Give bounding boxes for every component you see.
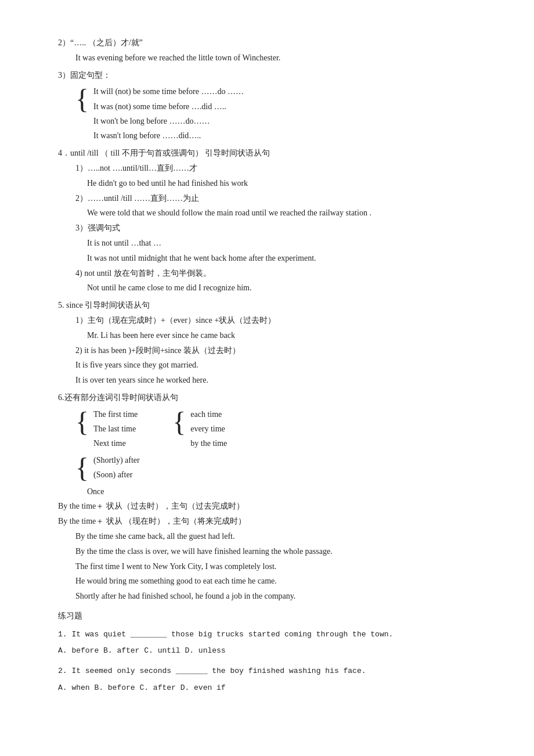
right-line-2: every time — [190, 422, 227, 436]
left-line-3: Next time — [93, 436, 138, 451]
s4-3-title: 3）强调句式 — [58, 221, 488, 235]
s4-4-title: 4) not until 放在句首时，主句半倒装。 — [58, 267, 488, 280]
s4-3-example: It was not until midnight that he went b… — [58, 251, 488, 265]
section2-example: It was evening before we reached the lit… — [58, 51, 488, 65]
s4-2-title: 2）……until /till ……直到……为止 — [58, 192, 488, 206]
bracket-line-3: It won't be long before ……do…… — [93, 114, 244, 128]
bracket-line-4: It wasn't long before ……did….. — [93, 128, 244, 143]
section-5: 5. since 引导时间状语从句 1）主句（现在完成时）+（ever）sinc… — [58, 298, 488, 387]
bracket-right-col: { each time every time by the time — [172, 407, 227, 451]
bracket-lines-1: It will (not) be some time before ……do …… — [93, 84, 244, 143]
page-content: 2）“….. （之后）才/就” It was evening before we… — [58, 36, 488, 696]
left-bracket-1: { — [75, 85, 89, 113]
s4-4-example: Not until he came close to me did I reco… — [58, 281, 488, 295]
bracket-line-1: It will (not) be some time before ……do …… — [93, 84, 244, 99]
example-3: The first time I went to New York City, … — [58, 560, 488, 574]
bytime2: By the time＋ 状从 （现在时），主句（将来完成时） — [58, 514, 488, 528]
right-line-3: by the time — [190, 436, 227, 451]
bracket-group-1: { It will (not) be some time before ……do… — [58, 84, 488, 143]
section-2: 2）“….. （之后）才/就” It was evening before we… — [58, 36, 488, 65]
section2-title: 2）“….. （之后）才/就” — [58, 36, 488, 50]
options-2: A. when B. before C. after D. even if — [58, 681, 488, 696]
options-1: A. before B. after C. until D. unless — [58, 644, 488, 658]
section-4: 4．until /till （ till 不用于句首或强调句） 引导时间状语从句… — [58, 146, 488, 295]
left-bracket-4: { — [75, 454, 89, 482]
bracket3-extra: Once — [58, 485, 488, 499]
question-2: 2. It seemed only seconds _______ the bo… — [58, 664, 488, 679]
bracket3-line-1: (Shortly) after — [93, 453, 140, 467]
section6-title: 6.还有部分连词引导时间状语从句 — [58, 391, 488, 405]
s4-1-title: 1）…..not ….until/till…直到……才 — [58, 161, 488, 175]
bracket-group-3: { (Shortly) after (Soon) after — [58, 453, 488, 482]
section3-title: 3）固定句型： — [58, 69, 488, 82]
s5-1-title: 1）主句（现在完成时）+（ever）since +状从（过去时） — [58, 314, 488, 327]
bracket3-line-2: (Soon) after — [93, 467, 140, 482]
s4-3-sub: It is not until …that … — [58, 236, 488, 250]
question-1: 1. It was quiet ________ those big truck… — [58, 628, 488, 642]
section-3: 3）固定句型： { It will (not) be some time bef… — [58, 69, 488, 143]
s5-2-ex1: It is five years since they got married. — [58, 358, 488, 372]
s5-1-example: Mr. Li has been here ever since he came … — [58, 329, 488, 343]
double-bracket-row: { The first time The last time Next time… — [58, 407, 488, 451]
s5-2-title: 2) it is has been )+段时间+since 装从（过去时） — [58, 344, 488, 358]
left-bracket-2: { — [75, 408, 89, 436]
bracket-lines-3: (Shortly) after (Soon) after — [93, 453, 140, 482]
section-6: 6.还有部分连词引导时间状语从句 { The first time The la… — [58, 391, 488, 603]
example-1: By the time she came back, all the guest… — [58, 530, 488, 543]
section4-title: 4．until /till （ till 不用于句首或强调句） 引导时间状语从句 — [58, 146, 488, 160]
bracket-line-2: It was (not) some time before ….did ….. — [93, 99, 244, 114]
example-4: He would bring me something good to eat … — [58, 574, 488, 588]
example-5: Shortly after he had finished school, he… — [58, 589, 488, 603]
bracket-lines-left: The first time The last time Next time — [93, 407, 138, 451]
exercise-section: 练习题 1. It was quiet ________ those big t… — [58, 609, 488, 696]
exercise-title: 练习题 — [58, 609, 488, 623]
example-2: By the time the class is over, we will h… — [58, 545, 488, 559]
left-bracket-3: { — [172, 408, 186, 436]
right-line-1: each time — [190, 407, 227, 422]
s4-2-example: We were told that we should follow the m… — [58, 206, 488, 220]
bracket-left-col: { The first time The last time Next time — [75, 407, 138, 451]
s5-2-ex2: It is over ten years since he worked her… — [58, 373, 488, 387]
bytime1: By the time＋ 状从（过去时），主句（过去完成时） — [58, 499, 488, 513]
bracket-lines-right: each time every time by the time — [190, 407, 227, 451]
left-line-1: The first time — [93, 407, 138, 422]
s4-1-example: He didn't go to bed until he had finishe… — [58, 177, 488, 190]
section5-title: 5. since 引导时间状语从句 — [58, 298, 488, 312]
left-line-2: The last time — [93, 422, 138, 436]
